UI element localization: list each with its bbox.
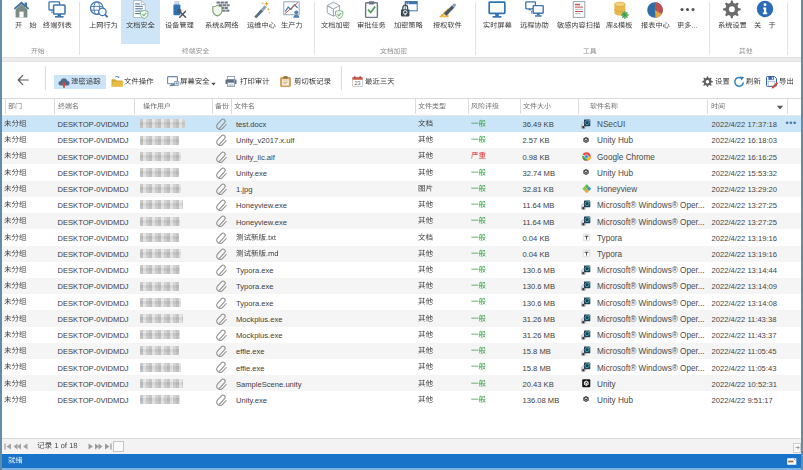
svg-text:23: 23 [355, 80, 361, 86]
